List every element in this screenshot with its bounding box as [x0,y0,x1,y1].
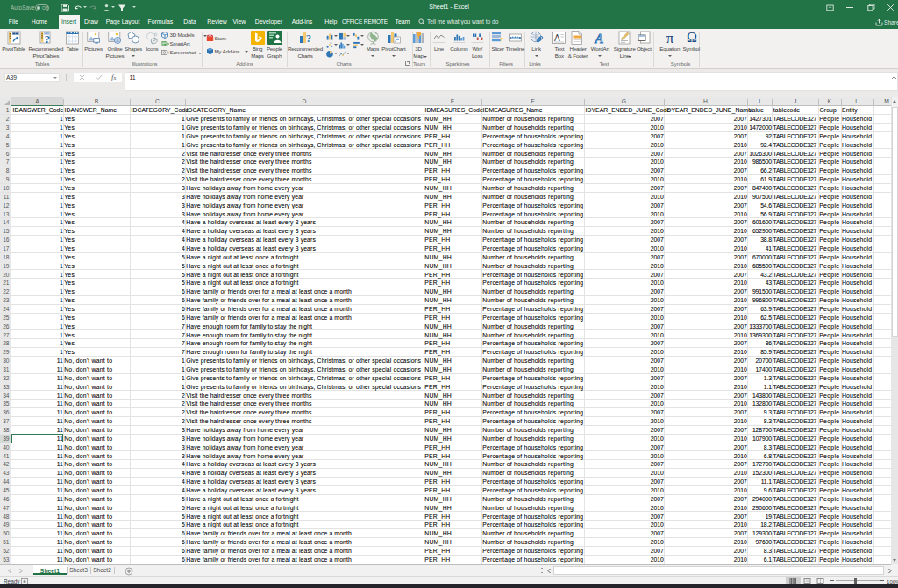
svg-text:A: A [554,33,560,43]
svg-text:?: ? [306,32,311,45]
svg-text:A: A [595,32,604,45]
svg-text:?: ? [45,32,51,45]
